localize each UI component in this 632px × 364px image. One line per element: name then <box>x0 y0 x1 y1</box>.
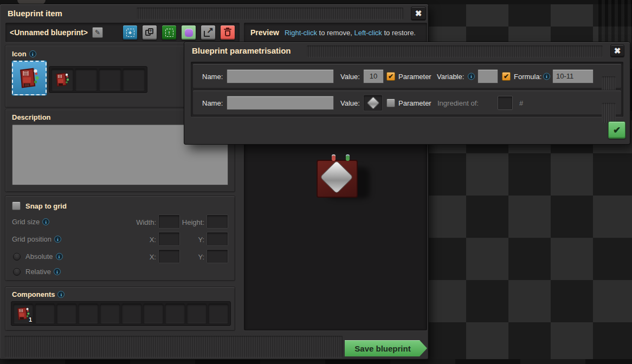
icon-slot-1[interactable] <box>51 68 74 91</box>
absolute-radio[interactable] <box>13 253 21 261</box>
absolute-label: Absolute <box>25 252 53 261</box>
copy-icon: + <box>145 28 154 37</box>
component-slot[interactable] <box>186 303 207 324</box>
component-slot[interactable] <box>100 303 120 324</box>
rename-blueprint-button[interactable]: ✎ <box>92 27 103 38</box>
window-footer-drag <box>4 336 343 358</box>
export-string-button[interactable]: ↗ <box>201 25 216 40</box>
info-icon: i <box>42 218 49 225</box>
snap-to-grid-checkbox[interactable] <box>12 202 21 210</box>
grid-width-input[interactable] <box>158 214 180 229</box>
assembling-machine-icon <box>17 66 42 90</box>
dialog-drag-handle[interactable] <box>307 46 603 57</box>
icon-slot-3[interactable] <box>99 68 121 91</box>
value-label: Value: <box>340 99 360 107</box>
component-slot[interactable] <box>143 303 164 324</box>
grid-x-label: X: <box>145 236 156 244</box>
dialog-close-button[interactable]: ✖ <box>610 44 624 57</box>
check-icon: ✔ <box>504 73 509 80</box>
parameter-checkbox-row1[interactable]: ✔ <box>386 72 395 81</box>
blueprint-name: <Unnamed blueprint> <box>10 28 88 37</box>
ingredient-of-input[interactable] <box>498 96 513 110</box>
info-icon: i <box>29 50 36 57</box>
copy-blueprint-button[interactable]: + <box>142 25 157 40</box>
assembling-machine-icon <box>54 71 71 88</box>
parameter-value-item-button[interactable] <box>363 94 383 111</box>
component-slot[interactable] <box>208 303 229 324</box>
relative-radio[interactable] <box>13 268 21 276</box>
absolute-x-input[interactable] <box>158 249 180 263</box>
component-slot-assembling-machine[interactable]: 1 <box>13 303 34 324</box>
dialog-title: Blueprint parametrisation <box>192 46 291 55</box>
parameter-name-input[interactable] <box>227 69 334 83</box>
item-diamond-icon <box>366 96 379 109</box>
parametrise-button[interactable] <box>181 25 196 40</box>
entity-knob-red <box>332 155 336 161</box>
parameter-row-1: Name: Value: ✔ Parameter Variable: i ✔ F… <box>193 64 621 88</box>
select-area-plus-icon: + <box>126 29 134 37</box>
preview-label: Preview <box>250 28 279 37</box>
formula-label: Formula: <box>514 72 541 80</box>
grid-height-input[interactable] <box>207 214 228 229</box>
window-drag-handle[interactable] <box>137 8 403 20</box>
description-label: Description <box>12 113 51 121</box>
close-icon: ✖ <box>614 46 621 56</box>
grid-position-label: Grid position <box>12 235 51 243</box>
name-label: Name: <box>202 72 223 80</box>
component-slot[interactable] <box>78 303 99 324</box>
component-slot[interactable] <box>165 303 185 324</box>
save-blueprint-label: Save blueprint <box>354 344 410 353</box>
delete-blueprint-button[interactable] <box>220 25 235 40</box>
export-icon: ↗ <box>204 28 212 37</box>
check-icon: ✔ <box>388 73 394 80</box>
variable-input[interactable] <box>478 69 498 83</box>
parameter-checkbox-row2[interactable] <box>386 99 395 107</box>
component-slot[interactable] <box>35 303 55 324</box>
parameter-rows-frame: Name: Value: ✔ Parameter Variable: i ✔ F… <box>191 62 623 117</box>
row-reorder-handle[interactable] <box>602 103 616 123</box>
confirm-button[interactable]: ✔ <box>608 121 625 139</box>
save-blueprint-button[interactable]: Save blueprint <box>345 340 427 356</box>
snap-to-grid-label: Snap to grid <box>25 202 67 210</box>
icon-section-label: Icon <box>12 50 27 58</box>
formula-checkbox[interactable]: ✔ <box>502 72 511 81</box>
world-top-strip <box>0 0 632 4</box>
preview-hint: Right-click to remove, Left-click to res… <box>285 29 416 37</box>
rock-decoration <box>17 0 46 4</box>
trash-icon <box>224 28 231 37</box>
game-screen: { "icons": { "close": "✖", "check": "✔",… <box>0 0 632 364</box>
icon-slot-2[interactable] <box>75 68 98 91</box>
preview-entity-assembling-machine[interactable] <box>315 155 370 204</box>
icon-slot-4[interactable] <box>122 68 145 91</box>
formula-input[interactable] <box>552 69 594 83</box>
select-area-up-icon: ↑ <box>165 29 173 37</box>
component-count: 1 <box>29 316 32 323</box>
absolute-y-input[interactable] <box>207 249 228 263</box>
grid-y-input[interactable] <box>207 232 228 246</box>
icon-slot-row <box>49 66 147 93</box>
parameter-value-input[interactable] <box>363 69 384 83</box>
window-title: Blueprint item <box>8 9 62 18</box>
reselect-contents-button[interactable]: ↑ <box>162 25 177 40</box>
info-icon: i <box>56 253 63 260</box>
grid-height-label: Height: <box>179 218 204 226</box>
blueprint-parametrisation-dialog: Blueprint parametrisation ✖ Name: Value:… <box>184 42 630 144</box>
parameter-name-input-2[interactable] <box>227 96 334 110</box>
parameter-label-row1: Parameter <box>398 72 431 80</box>
select-new-contents-button[interactable]: + <box>122 25 138 40</box>
window-close-button[interactable]: ✖ <box>411 6 426 21</box>
grid-size-label: Grid size <box>12 218 40 226</box>
relative-label: Relative <box>25 268 51 276</box>
snap-to-grid-section: Snap to grid Grid size i Width: Height: … <box>5 196 235 281</box>
parameter-label-row2: Parameter <box>398 99 431 107</box>
info-icon: i <box>54 268 61 275</box>
blueprint-main-icon-slot[interactable] <box>12 61 47 95</box>
ingredient-count-hash: # <box>519 99 523 107</box>
component-slot[interactable] <box>56 303 77 324</box>
grid-x-input[interactable] <box>158 232 180 246</box>
check-icon: ✔ <box>613 125 621 136</box>
component-slot[interactable] <box>121 303 142 324</box>
parameter-blob-icon <box>185 29 193 37</box>
edit-icon: ✎ <box>95 29 100 36</box>
variable-label: Variable: <box>437 72 464 80</box>
